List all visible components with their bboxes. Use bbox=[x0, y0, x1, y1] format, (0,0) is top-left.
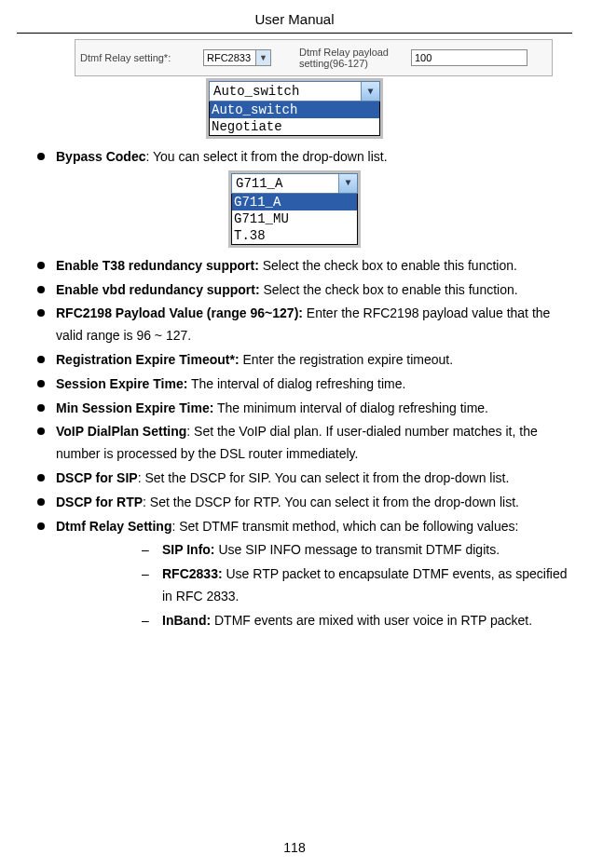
bullet-text: Use RTP packet to encapsulate DTMF event… bbox=[162, 566, 567, 604]
chevron-down-icon[interactable]: ▼ bbox=[338, 174, 357, 193]
dropdown-option-negotiate[interactable]: Negotiate bbox=[210, 118, 379, 135]
list-item: Bypass Codec: You can select it from the… bbox=[30, 146, 572, 169]
list-item: Enable vbd redundancy support: Select th… bbox=[30, 279, 572, 302]
bullet-list: Bypass Codec: You can select it from the… bbox=[30, 146, 572, 169]
bullet-term: Dtmf Relay Setting bbox=[56, 519, 171, 534]
bullet-text: DTMF events are mixed with user voice in… bbox=[211, 613, 532, 628]
dtmf-payload-label: Dtmf Relay payload setting(96-127) bbox=[299, 47, 411, 69]
bullet-term: Session Expire Time: bbox=[56, 376, 187, 391]
bypass-codec-value: G711_A bbox=[236, 176, 282, 191]
bullet-text: : Set DTMF transmit method, which can be… bbox=[171, 519, 518, 534]
list-item: Session Expire Time: The interval of dia… bbox=[30, 373, 572, 396]
sub-bullet-list: SIP Info: Use SIP INFO message to transm… bbox=[136, 539, 572, 631]
list-item: Min Session Expire Time: The minimum int… bbox=[30, 398, 572, 420]
page-title: User Manual bbox=[17, 11, 572, 34]
bypass-codec-field[interactable]: G711_A ▼ bbox=[231, 173, 358, 194]
dtmf-relay-value: RFC2833 bbox=[207, 52, 251, 63]
bypass-codec-list: G711_A G711_MU T.38 bbox=[231, 194, 358, 245]
dropdown-option-g711mu[interactable]: G711_MU bbox=[232, 210, 357, 227]
bullet-term: RFC2833: bbox=[162, 566, 223, 581]
bullet-term: InBand: bbox=[162, 613, 211, 628]
list-item: Enable T38 redundancy support: Select th… bbox=[30, 255, 572, 278]
auto-switch-list: Auto_switch Negotiate bbox=[209, 102, 380, 136]
bullet-term: Registration Expire Timeout*: bbox=[56, 352, 240, 367]
dtmf-payload-input[interactable]: 100 bbox=[411, 49, 527, 66]
list-item: RFC2833: Use RTP packet to encapsulate D… bbox=[136, 563, 572, 608]
bullet-text: Use SIP INFO message to transmit DTMF di… bbox=[215, 542, 500, 557]
auto-switch-dropdown: Auto_switch ▼ Auto_switch Negotiate bbox=[206, 78, 383, 139]
bullet-term: Enable T38 redundancy support: bbox=[56, 258, 259, 273]
bullet-term: DSCP for SIP bbox=[56, 470, 138, 485]
bullet-term: SIP Info: bbox=[162, 542, 215, 557]
bullet-text: The minimum interval of dialog refreshin… bbox=[213, 400, 488, 415]
dropdown-option-g711a[interactable]: G711_A bbox=[232, 194, 357, 210]
content: Dtmf Relay setting*: RFC2833 ▼ Dtmf Rela… bbox=[17, 34, 572, 632]
list-item: SIP Info: Use SIP INFO message to transm… bbox=[136, 539, 572, 562]
list-item: VoIP DialPlan Setting: Set the VoIP dial… bbox=[30, 421, 572, 466]
bullet-text: : Set the DSCP for RTP. You can select i… bbox=[143, 495, 519, 509]
bullet-text: Select the check box to enable this func… bbox=[259, 258, 517, 273]
bullet-text: : You can select it from the drop-down l… bbox=[145, 149, 387, 164]
bullet-text: Enter the registration expire timeout. bbox=[240, 352, 454, 367]
auto-switch-field[interactable]: Auto_switch ▼ bbox=[209, 81, 380, 102]
bullet-text: : Set the DSCP for SIP. You can select i… bbox=[138, 470, 510, 485]
bullet-term: Bypass Codec bbox=[56, 149, 145, 164]
bullet-text: The interval of dialog refreshing time. bbox=[187, 376, 405, 391]
list-item: InBand: DTMF events are mixed with user … bbox=[136, 610, 572, 632]
dtmf-relay-label: Dtmf Relay setting*: bbox=[80, 52, 203, 63]
list-item: DSCP for RTP: Set the DSCP for RTP. You … bbox=[30, 492, 572, 514]
dtmf-payload-value: 100 bbox=[415, 52, 431, 63]
dtmf-relay-select[interactable]: RFC2833 ▼ bbox=[203, 49, 271, 66]
bullet-term: VoIP DialPlan Setting bbox=[56, 424, 186, 439]
bypass-codec-dropdown: G711_A ▼ G711_A G711_MU T.38 bbox=[228, 170, 361, 248]
page-number: 118 bbox=[0, 840, 589, 855]
chevron-down-icon[interactable]: ▼ bbox=[361, 82, 379, 101]
bullet-list-continued: Enable T38 redundancy support: Select th… bbox=[30, 255, 572, 538]
bullet-term: RFC2198 Payload Value (range 96~127): bbox=[56, 305, 303, 320]
bullet-term: Enable vbd redundancy support: bbox=[56, 282, 260, 297]
auto-switch-value: Auto_switch bbox=[213, 84, 299, 99]
list-item: Dtmf Relay Setting: Set DTMF transmit me… bbox=[30, 516, 572, 538]
list-item: Registration Expire Timeout*: Enter the … bbox=[30, 349, 572, 372]
list-item: DSCP for SIP: Set the DSCP for SIP. You … bbox=[30, 468, 572, 490]
list-item: RFC2198 Payload Value (range 96~127): En… bbox=[30, 303, 572, 347]
dtmf-config-row: Dtmf Relay setting*: RFC2833 ▼ Dtmf Rela… bbox=[75, 39, 553, 76]
bullet-term: DSCP for RTP bbox=[56, 495, 143, 509]
chevron-down-icon[interactable]: ▼ bbox=[255, 50, 270, 65]
dropdown-option-auto-switch[interactable]: Auto_switch bbox=[210, 102, 379, 118]
bullet-text: Select the check box to enable this func… bbox=[260, 282, 518, 297]
bullet-term: Min Session Expire Time: bbox=[56, 400, 213, 415]
dropdown-option-t38[interactable]: T.38 bbox=[232, 227, 357, 244]
